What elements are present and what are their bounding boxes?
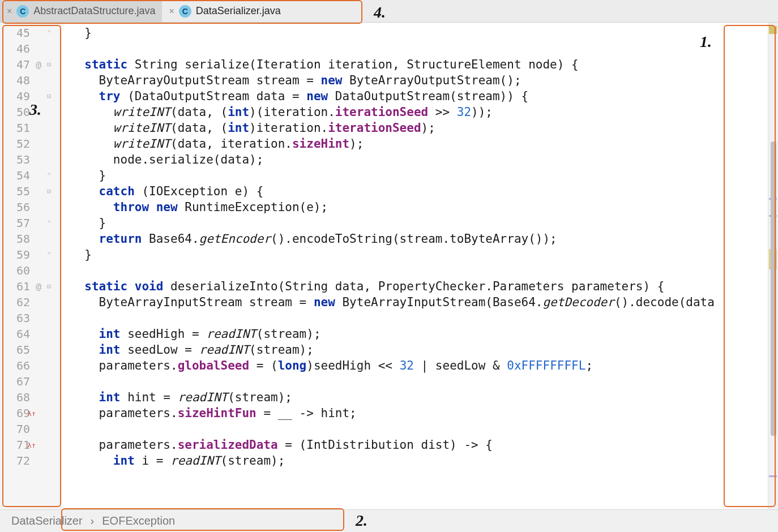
- fold-icon[interactable]: ⊟: [47, 187, 56, 195]
- code-line[interactable]: [70, 310, 768, 326]
- code-line[interactable]: }: [70, 247, 768, 263]
- gutter-annotation: @: [33, 281, 44, 292]
- gutter-row[interactable]: 57⌃: [0, 215, 61, 231]
- line-number: 68: [12, 391, 30, 404]
- gutter-row[interactable]: 46: [0, 41, 61, 57]
- code-line[interactable]: int seedLow = readINT(stream);: [70, 342, 768, 358]
- code-line[interactable]: }: [70, 25, 768, 41]
- line-number: 59: [12, 248, 30, 261]
- line-number: 67: [12, 375, 30, 388]
- gutter-row[interactable]: 63: [0, 310, 61, 326]
- gutter-row[interactable]: 67: [0, 374, 61, 389]
- scroll-thumb[interactable]: [771, 141, 776, 436]
- change-marker[interactable]: [769, 475, 777, 477]
- code-line[interactable]: try (DataOutputStream data = new DataOut…: [70, 88, 768, 104]
- gutter-row[interactable]: λ↑69: [0, 405, 61, 421]
- gutter-row[interactable]: 60: [0, 263, 61, 278]
- code-line[interactable]: [70, 374, 768, 389]
- gutter-row[interactable]: 49⊟: [0, 88, 61, 104]
- code-line[interactable]: parameters.sizeHintFun = __ -> hint;: [70, 405, 768, 421]
- line-number: 51: [12, 121, 30, 135]
- code-line[interactable]: parameters.globalSeed = (long)seedHigh <…: [70, 358, 768, 374]
- close-icon[interactable]: ×: [169, 6, 174, 16]
- gutter-row[interactable]: 45⌃: [0, 25, 61, 41]
- breadcrumb-item[interactable]: DataSerializer: [11, 514, 83, 527]
- breadcrumb-item[interactable]: EOFException: [102, 514, 175, 527]
- line-number: 70: [12, 422, 30, 436]
- line-number: 60: [12, 264, 30, 277]
- fold-icon[interactable]: ⊟: [47, 92, 56, 100]
- code-line[interactable]: [70, 421, 768, 437]
- gutter[interactable]: 45⌃4647@⊟4849⊟5051525354⌃55⊟5657⌃5859⌃60…: [0, 23, 61, 509]
- gutter-row[interactable]: 53: [0, 152, 61, 168]
- line-number: 62: [12, 295, 30, 309]
- gutter-row[interactable]: 65: [0, 342, 61, 358]
- fold-icon[interactable]: ⌃: [47, 219, 56, 227]
- fold-icon[interactable]: ⊟: [47, 61, 56, 68]
- code-line[interactable]: int hint = readINT(stream);: [70, 389, 768, 405]
- code-line[interactable]: int seedHigh = readINT(stream);: [70, 326, 768, 342]
- gutter-row[interactable]: 55⊟: [0, 183, 61, 199]
- line-number: 64: [12, 327, 30, 341]
- tab-dataserializer[interactable]: × C DataSerializer.java: [162, 0, 287, 22]
- line-number: 56: [12, 200, 30, 214]
- gutter-row[interactable]: 61@⊟: [0, 278, 61, 294]
- code-line[interactable]: catch (IOException e) {: [70, 183, 768, 199]
- close-icon[interactable]: ×: [7, 6, 12, 16]
- gutter-row[interactable]: 47@⊟: [0, 57, 61, 72]
- gutter-row[interactable]: 51: [0, 120, 61, 136]
- fold-icon[interactable]: ⊟: [47, 282, 56, 290]
- warning-marker-icon[interactable]: [769, 26, 777, 34]
- gutter-row[interactable]: 62: [0, 294, 61, 310]
- code-line[interactable]: [70, 41, 768, 57]
- line-number: 58: [12, 232, 30, 246]
- code-editor[interactable]: } static String serialize(Iteration iter…: [61, 23, 768, 509]
- gutter-row[interactable]: 52: [0, 136, 61, 152]
- code-line[interactable]: return Base64.getEncoder().encodeToStrin…: [70, 231, 768, 247]
- code-line[interactable]: node.serialize(data);: [70, 152, 768, 168]
- fold-icon[interactable]: ⌃: [47, 29, 56, 37]
- gutter-row[interactable]: 48: [0, 72, 61, 88]
- gutter-row[interactable]: 68: [0, 389, 61, 405]
- line-number: 47: [12, 58, 30, 71]
- code-line[interactable]: parameters.serializedData = (IntDistribu…: [70, 437, 768, 453]
- code-line[interactable]: }: [70, 215, 768, 231]
- gutter-row[interactable]: 59⌃: [0, 247, 61, 263]
- code-line[interactable]: static void deserializeInto(String data,…: [70, 278, 768, 294]
- gutter-row[interactable]: 50: [0, 104, 61, 120]
- line-number: 48: [12, 74, 30, 87]
- line-number: 54: [12, 169, 30, 182]
- gutter-row[interactable]: 54⌃: [0, 168, 61, 183]
- code-line[interactable]: writeINT(data, iteration.sizeHint);: [70, 136, 768, 152]
- tab-bar: × C AbstractDataStructure.java × C DataS…: [0, 0, 778, 23]
- tab-abstractdatastructure[interactable]: × C AbstractDataStructure.java: [0, 0, 162, 22]
- chevron-right-icon: ›: [91, 514, 95, 527]
- gutter-row[interactable]: 58: [0, 231, 61, 247]
- line-number: 63: [12, 311, 30, 325]
- gutter-row[interactable]: 70: [0, 421, 61, 437]
- line-number: 45: [12, 26, 30, 40]
- code-line[interactable]: writeINT(data, (int)iteration.iterationS…: [70, 120, 768, 136]
- line-number: 49: [12, 89, 30, 103]
- gutter-row[interactable]: 66: [0, 358, 61, 374]
- gutter-row[interactable]: 56: [0, 199, 61, 215]
- editor-area: 45⌃4647@⊟4849⊟5051525354⌃55⊟5657⌃5859⌃60…: [0, 23, 778, 509]
- code-line[interactable]: [70, 263, 768, 278]
- code-line[interactable]: ByteArrayOutputStream stream = new ByteA…: [70, 72, 768, 88]
- fold-icon[interactable]: ⌃: [47, 171, 56, 179]
- code-line[interactable]: ByteArrayInputStream stream = new ByteAr…: [70, 294, 768, 310]
- gutter-row[interactable]: 64: [0, 326, 61, 342]
- code-line[interactable]: }: [70, 168, 768, 183]
- code-line[interactable]: throw new RuntimeException(e);: [70, 199, 768, 215]
- line-number: 53: [12, 153, 30, 166]
- line-number: 61: [12, 280, 30, 293]
- fold-icon[interactable]: ⌃: [47, 251, 56, 259]
- code-line[interactable]: static String serialize(Iteration iterat…: [70, 57, 768, 72]
- code-line[interactable]: int i = readINT(stream);: [70, 453, 768, 469]
- code-line[interactable]: writeINT(data, (int)(iteration.iteration…: [70, 104, 768, 120]
- gutter-row[interactable]: λ↑71: [0, 437, 61, 453]
- line-number: 52: [12, 137, 30, 151]
- gutter-row[interactable]: 72: [0, 453, 61, 469]
- scroll-strip[interactable]: [768, 23, 778, 509]
- line-number: 65: [12, 343, 30, 357]
